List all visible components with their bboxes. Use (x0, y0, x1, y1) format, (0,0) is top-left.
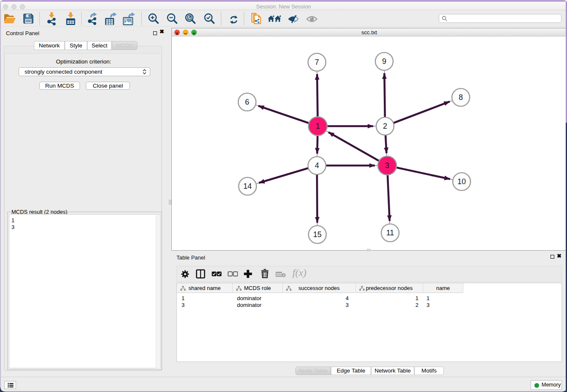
svg-text:9: 9 (382, 57, 386, 66)
svg-text:6: 6 (245, 98, 249, 106)
svg-text:14: 14 (243, 182, 252, 190)
svg-text:10: 10 (457, 177, 466, 186)
svg-text:11: 11 (386, 229, 394, 237)
svg-text:2: 2 (383, 122, 387, 130)
svg-text:1: 1 (316, 122, 320, 130)
svg-text:4: 4 (315, 161, 319, 170)
svg-text:3: 3 (385, 161, 389, 170)
svg-text:15: 15 (313, 230, 322, 239)
svg-text:8: 8 (459, 93, 463, 102)
svg-text:7: 7 (315, 58, 319, 66)
